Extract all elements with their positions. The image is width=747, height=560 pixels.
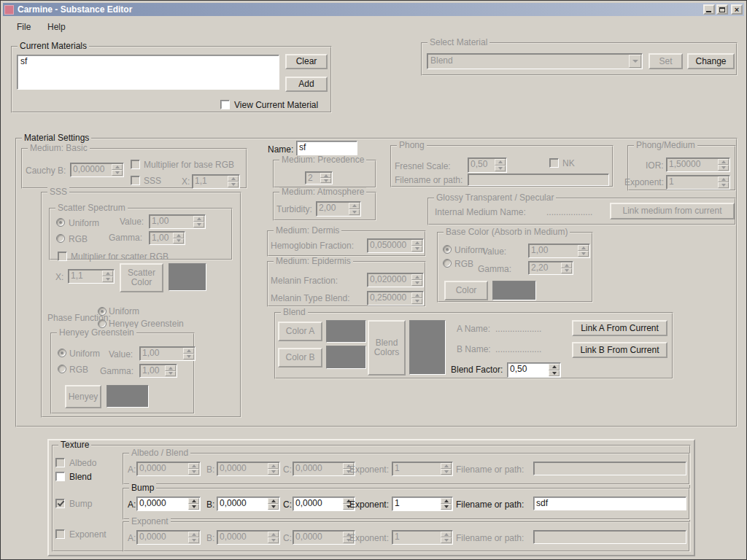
glossy-title: Glossy Transparent / Specular (434, 193, 556, 203)
spin-down-button (173, 238, 184, 244)
close-button[interactable]: × (731, 4, 743, 15)
spin-down-button (188, 469, 199, 475)
spin-down-button[interactable] (188, 504, 199, 510)
spin-up-button[interactable] (268, 498, 279, 504)
spin-down-button[interactable] (268, 504, 279, 510)
exponent-b-value: 0,0000 (217, 531, 268, 544)
link-a-from-current-button[interactable]: Link A From Current (572, 320, 667, 336)
hg-gamma: 1,00 (140, 365, 165, 377)
ior-value: 1,50000 (667, 158, 718, 171)
multiplier-scatter-rgb-label: Multiplier for scatter RGB (71, 252, 169, 262)
blend-factor-spinner[interactable]: 0,50 (507, 362, 561, 378)
row-b-label: B: (206, 533, 214, 543)
menu-help[interactable]: Help (43, 21, 70, 34)
blend-checkbox-label: Blend (69, 472, 92, 482)
pm-exponent-value: 1 (667, 176, 718, 189)
spin-down-button (495, 166, 506, 172)
phong-filename-input (468, 174, 609, 186)
spin-up-button (441, 532, 452, 537)
spin-down-button (441, 537, 452, 543)
albedo-a-spinner: 0,0000 (136, 462, 201, 476)
link-medium-button: Link medium from current (610, 203, 735, 219)
bump-a-spinner[interactable]: 0,0000 (136, 497, 201, 511)
base-value: 1,00 (529, 244, 578, 257)
phase-uniform-radio (98, 307, 107, 316)
melanin-type-value: 0,250000 (368, 292, 411, 305)
blend-result-swatch (409, 320, 446, 375)
base-color-swatch (492, 281, 536, 300)
spin-up-button[interactable] (549, 364, 560, 370)
blend-factor-label: Blend Factor: (451, 365, 503, 375)
pm-exponent-label: Exponent: (624, 177, 664, 187)
change-button[interactable]: Change (687, 53, 735, 69)
title-bar: Carmine - Substance Editor × (3, 3, 744, 16)
spin-down-button (165, 371, 176, 377)
spin-up-button (411, 240, 422, 246)
exponent-c-value: 0,0000 (293, 531, 343, 544)
phase-uniform-label: Uniform (109, 306, 139, 316)
link-b-from-current-button[interactable]: Link B From Current (572, 342, 667, 358)
hg-gamma-spinner: 1,00 (139, 364, 177, 378)
internal-medium-name-value: ................... (546, 207, 592, 217)
menu-file[interactable]: File (12, 21, 35, 34)
base-uniform-label: Uniform (454, 245, 485, 255)
spin-down-button (112, 170, 123, 176)
clear-button[interactable]: Clear (285, 54, 328, 69)
minimize-icon (706, 11, 711, 12)
app-icon (4, 5, 14, 15)
base-rgb-label: RGB (454, 259, 473, 269)
base-value-label: Value: (482, 246, 506, 257)
bump-c-spinner[interactable]: 0,0000 (293, 497, 355, 511)
bump-a-value[interactable]: 0,0000 (137, 497, 188, 510)
exponent-row-title: Exponent (129, 517, 171, 526)
current-materials-list[interactable]: sf (17, 55, 279, 90)
material-dropdown-value: Blend (427, 54, 629, 69)
spectrum-value-label: Value: (120, 217, 144, 227)
cauchy-b-label: Cauchy B: (26, 166, 66, 176)
spin-up-button[interactable] (441, 498, 452, 504)
add-button[interactable]: Add (285, 77, 328, 92)
name-input[interactable]: sf (296, 141, 357, 156)
view-current-material-checkbox[interactable] (220, 100, 230, 109)
base-gamma-spinner: 2,20 (528, 261, 573, 275)
fresnel-scale-value: 0,50 (468, 158, 495, 172)
row-c-label: C: (283, 464, 292, 475)
list-item[interactable]: sf (18, 55, 279, 67)
bump-b-spinner[interactable]: 0,0000 (217, 497, 280, 511)
spin-up-button (188, 532, 199, 537)
spin-up-button[interactable] (188, 498, 199, 504)
spin-down-button (188, 537, 199, 543)
row-exponent-label: Exponent: (349, 533, 389, 543)
row-exponent-label: Exponent: (349, 464, 389, 475)
maximize-button[interactable] (716, 4, 728, 15)
b-name-label: B Name: (457, 344, 491, 354)
bump-b-value[interactable]: 0,0000 (217, 497, 268, 510)
medium-dermis-title: Medium: Dermis (274, 226, 341, 236)
turbidity-label: Turbidity: (276, 204, 312, 214)
precedence-value: 2 (306, 172, 320, 184)
row-b-label: B: (206, 464, 214, 475)
name-label: Name: (268, 144, 293, 155)
exponent-a-spinner: 0,0000 (136, 530, 201, 545)
spin-up-button (268, 463, 279, 469)
hg-uniform-label: Uniform (69, 349, 100, 359)
bump-c-value[interactable]: 0,0000 (293, 497, 343, 510)
dropdown-arrow-icon (629, 55, 641, 68)
bump-filename-input[interactable]: sdf (533, 497, 686, 510)
hg-uniform-radio (58, 349, 66, 357)
spin-down-button[interactable] (441, 504, 452, 510)
spin-down-button[interactable] (549, 370, 560, 377)
bump-checkbox-label: Bump (69, 499, 92, 509)
blend-factor-value[interactable]: 0,50 (508, 363, 549, 377)
spin-down-button (718, 165, 729, 171)
albedo-filename-input (533, 462, 686, 475)
row-filename-label: Filename or path: (456, 499, 524, 510)
bump-checkbox (55, 499, 65, 508)
bump-exponent-value[interactable]: 1 (392, 497, 441, 510)
hg-rgb-radio (58, 365, 66, 373)
melanin-fraction-value: 0,020000 (368, 273, 411, 287)
minimize-button[interactable] (703, 4, 715, 15)
bump-exponent-spinner[interactable]: 1 (392, 497, 453, 511)
base-rgb-radio (443, 259, 452, 268)
blend-checkbox[interactable] (55, 472, 65, 481)
